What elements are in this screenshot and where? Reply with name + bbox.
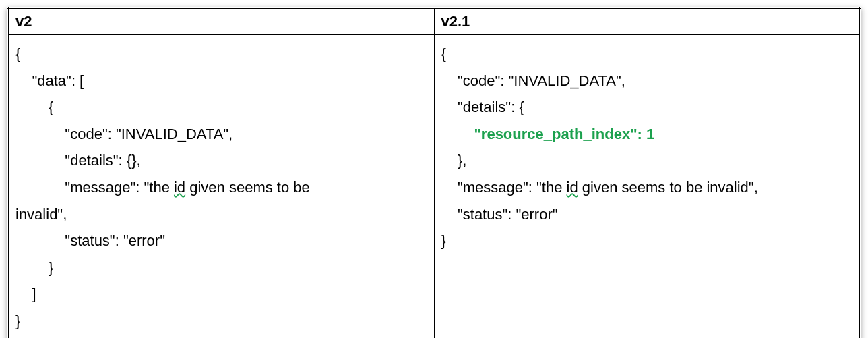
code-line: "details": { [441,98,524,115]
code-line: "code": "INVALID_DATA", [16,125,232,142]
code-line: "details": {}, [16,152,141,169]
code-line: "code": "INVALID_DATA", [441,72,625,89]
header-right: v2.1 [434,8,861,35]
code-line: } [441,232,446,249]
squiggle-id: id [567,179,578,196]
code-line: given seems to be invalid", [578,179,758,196]
code-line: } [16,312,20,329]
code-line: "message": "the [16,179,174,196]
code-line: "status": "error" [16,232,165,249]
header-row: v2 v2.1 [8,8,861,35]
header-left: v2 [8,8,435,35]
code-line: } [16,259,53,276]
code-line: "data": [ [16,72,84,89]
code-right: { "code": "INVALID_DATA", "details": { "… [434,35,861,339]
code-line: { [16,98,53,115]
code-line: }, [441,152,467,169]
highlight-line: "resource_path_index": 1 [441,125,655,142]
code-line: "status": "error" [441,206,558,223]
comparison-table: v2 v2.1 { "data": [ { "code": "INVALID_D… [7,7,861,338]
code-line: ] [16,285,36,302]
code-line: { [16,45,20,62]
body-row: { "data": [ { "code": "INVALID_DATA", "d… [8,35,861,339]
code-line: "message": "the [441,179,567,196]
code-left: { "data": [ { "code": "INVALID_DATA", "d… [8,35,435,339]
squiggle-id: id [174,179,185,196]
code-line: invalid", [16,206,67,223]
code-line: { [441,45,446,62]
code-line: given seems to be [185,179,314,196]
